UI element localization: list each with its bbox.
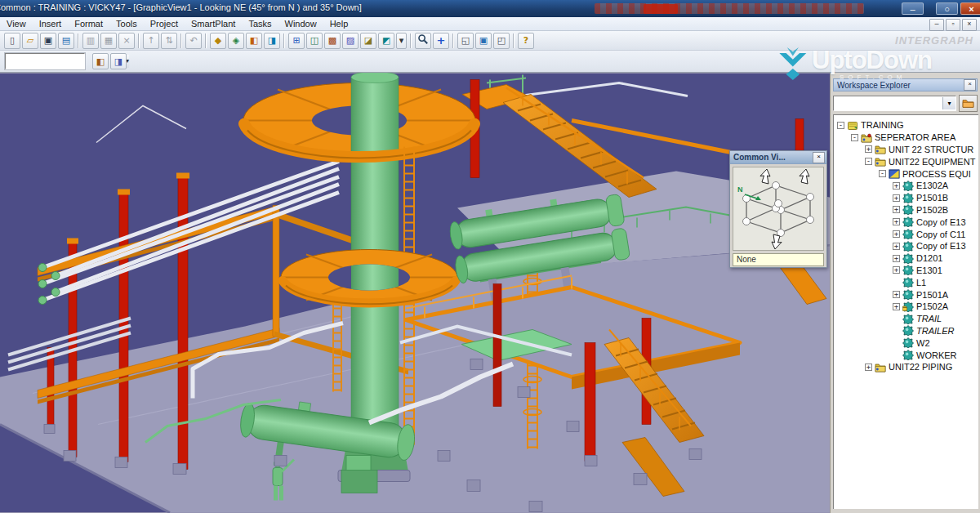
zoom-area-button[interactable]: ◱ xyxy=(457,33,474,49)
menu-smartplant[interactable]: SmartPlant xyxy=(185,18,242,29)
paste-button[interactable]: ▦ xyxy=(100,33,117,49)
workspace-filter-input[interactable] xyxy=(834,98,942,108)
expand-toggle[interactable]: + xyxy=(893,291,900,298)
menu-window[interactable]: Window xyxy=(278,18,323,29)
undo-button[interactable]: ↶ xyxy=(185,33,202,49)
format-view-button[interactable]: ◨ xyxy=(110,53,127,69)
menu-tasks[interactable]: Tasks xyxy=(242,18,278,29)
tree-item-seperator-area[interactable]: -SEPERATOR AREA xyxy=(834,132,978,144)
expand-toggle[interactable]: - xyxy=(851,134,858,141)
measure-button[interactable]: ◧ xyxy=(246,33,262,49)
menu-format[interactable]: Format xyxy=(68,18,109,29)
tree-item-e1301[interactable]: +E1301 xyxy=(834,265,978,277)
expand-toggle[interactable]: - xyxy=(879,170,886,177)
tree-item-p1502b[interactable]: +P1502B xyxy=(834,204,978,216)
zoom-tool-button[interactable] xyxy=(415,33,431,49)
expand-toggle[interactable] xyxy=(893,279,900,286)
expand-toggle[interactable]: + xyxy=(893,303,900,310)
tree-item-copy-of-e13-1[interactable]: +Copy of E13 xyxy=(834,216,978,228)
tree-item-l1[interactable]: L1 xyxy=(834,276,978,288)
route-button[interactable]: ◆ xyxy=(210,33,226,49)
expand-toggle[interactable]: - xyxy=(865,158,872,165)
mdi-minimize-button[interactable]: – xyxy=(929,19,944,31)
tree-item-w2[interactable]: W2 xyxy=(834,337,978,349)
surface-style-button[interactable]: ◨ xyxy=(264,33,280,49)
expand-toggle[interactable]: + xyxy=(893,266,900,274)
tree-item-unit22-structure[interactable]: +UNIT 22 STRUCTUR xyxy=(834,144,978,156)
fit-view-button[interactable]: ▣ xyxy=(475,33,492,49)
expand-toggle[interactable]: + xyxy=(893,255,900,262)
save-button[interactable]: ▣ xyxy=(40,33,56,49)
expand-toggle[interactable]: + xyxy=(865,364,872,371)
workspace-filter-combobox[interactable]: ▾ xyxy=(833,96,956,111)
menu-tools[interactable]: Tools xyxy=(109,18,144,29)
move-up-button[interactable]: ↑ xyxy=(143,33,159,49)
tree-item-p1502a[interactable]: +P1502A xyxy=(834,301,978,313)
tree-item-e1302a[interactable]: +E1302A xyxy=(834,180,978,192)
tree-item-p1501a[interactable]: +P1501A xyxy=(834,288,978,301)
expand-toggle[interactable]: + xyxy=(893,243,900,250)
tree-item-trail[interactable]: TRAIL xyxy=(834,313,978,325)
help-button[interactable]: ? xyxy=(518,33,534,49)
tree-item-trailer[interactable]: TRAILER xyxy=(834,325,978,337)
open-button[interactable]: ▱ xyxy=(22,33,38,49)
minimize-button[interactable]: – xyxy=(902,2,924,15)
expand-toggle[interactable]: + xyxy=(893,218,900,225)
expand-toggle[interactable] xyxy=(893,339,900,346)
menu-help[interactable]: Help xyxy=(323,18,355,29)
equipment-icon xyxy=(902,181,914,191)
window-area-button[interactable]: ▨ xyxy=(342,33,359,49)
tree-item-copy-of-c11[interactable]: +Copy of C11 xyxy=(834,228,978,240)
expand-toggle[interactable]: + xyxy=(893,182,900,190)
expand-toggle[interactable] xyxy=(893,327,900,334)
graphic-view-3d-canvas[interactable] xyxy=(0,73,830,513)
expand-toggle[interactable]: + xyxy=(893,194,900,202)
copy-button[interactable]: ▥ xyxy=(82,33,99,49)
filter-button[interactable]: ▩ xyxy=(324,33,341,49)
chevron-down-icon[interactable]: ▾ xyxy=(942,97,956,109)
capture-button[interactable]: ◪ xyxy=(360,33,376,49)
swap-button[interactable]: ⇅ xyxy=(161,33,177,49)
expand-toggle[interactable]: + xyxy=(865,145,872,153)
equipment-icon xyxy=(902,350,914,360)
menu-insert[interactable]: Insert xyxy=(33,18,69,29)
delete-button[interactable]: × xyxy=(118,33,135,49)
expand-toggle[interactable]: + xyxy=(893,230,900,238)
close-button[interactable]: × xyxy=(960,2,980,15)
render-button[interactable]: ◩ xyxy=(378,33,394,49)
expand-toggle[interactable]: - xyxy=(837,122,844,129)
tree-item-unit22-piping[interactable]: +UNIT22 PIPING xyxy=(834,361,978,373)
locate-filter-combobox[interactable]: ▾ xyxy=(5,53,85,69)
undo-icon: ↶ xyxy=(189,35,197,46)
define-workspace-button[interactable]: ⊞ xyxy=(288,33,305,49)
common-views-titlebar[interactable]: Common Vi... × xyxy=(730,151,826,164)
tree-item-p1501b[interactable]: +P1501B xyxy=(834,192,978,204)
properties-button[interactable]: ▤ xyxy=(58,33,74,49)
pan-button[interactable]: + xyxy=(433,33,449,49)
common-views-cube[interactable]: N xyxy=(733,167,824,251)
mdi-close-button[interactable]: × xyxy=(962,19,977,31)
maximize-button[interactable]: ○ xyxy=(936,2,958,15)
menu-project[interactable]: Project xyxy=(144,18,185,29)
tree-item-process-equipment[interactable]: -PROCESS EQUI xyxy=(834,167,978,180)
workspace-explorer-header[interactable]: Workspace Explorer × xyxy=(833,78,978,91)
expand-toggle[interactable] xyxy=(893,315,900,323)
tree-item-training[interactable]: -TRAINING xyxy=(834,119,978,132)
clip-volume-button[interactable]: ◫ xyxy=(306,33,323,49)
close-icon[interactable]: × xyxy=(813,152,825,163)
tree-item-worker[interactable]: WORKER xyxy=(834,349,978,361)
menu-view[interactable]: View xyxy=(0,18,33,29)
browse-button[interactable] xyxy=(959,95,978,112)
mdi-restore-button[interactable]: ▫ xyxy=(946,19,960,31)
expand-toggle[interactable]: + xyxy=(893,206,900,213)
tree-item-unit22-equipment[interactable]: -UNIT22 EQUIPMENT xyxy=(834,155,978,167)
previous-view-button[interactable]: ◰ xyxy=(493,33,510,49)
surface-style-rules-button[interactable]: ◧ xyxy=(92,53,109,69)
expand-toggle[interactable] xyxy=(893,351,900,359)
close-icon[interactable]: × xyxy=(964,79,976,91)
views-dropdown-button[interactable]: ▾ xyxy=(396,33,407,49)
tree-item-d1201[interactable]: +D1201 xyxy=(834,252,978,265)
new-button[interactable]: ▯ xyxy=(4,33,20,49)
tree-item-copy-of-e13-2[interactable]: +Copy of E13 xyxy=(834,240,978,252)
sketch-button[interactable]: ◈ xyxy=(228,33,244,49)
